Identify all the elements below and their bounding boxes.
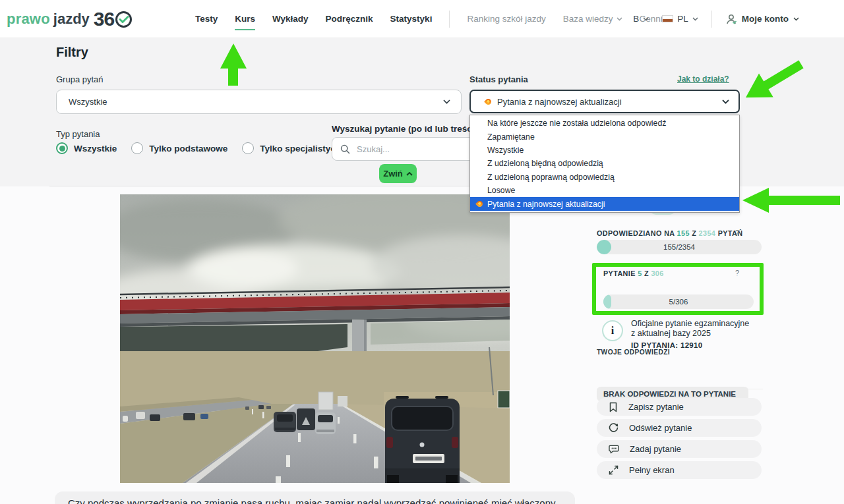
refresh-icon <box>609 423 618 433</box>
nav-wyklady[interactable]: Wykłady <box>272 11 309 26</box>
filters-title: Filtry <box>56 45 88 60</box>
nav-kurs[interactable]: Kurs <box>235 11 255 26</box>
status-option[interactable]: Wszystkie <box>470 144 739 157</box>
fullscreen-icon <box>609 465 618 475</box>
status-option-selected[interactable]: Pytania z najnowszej aktualizacji <box>470 197 739 210</box>
radio-checked-icon <box>56 142 68 154</box>
sidebar-divider <box>597 389 763 389</box>
status-option[interactable]: Na które jeszcze nie została udzielona o… <box>470 117 739 130</box>
nav-statystyki[interactable]: Statystyki <box>390 11 433 26</box>
silver-hatchback <box>315 412 336 434</box>
main-nav: Testy Kurs Wykłady Podręcznik Statystyki… <box>195 0 667 38</box>
account-menu[interactable]: Moje konto <box>725 13 799 25</box>
question-photo <box>120 194 510 483</box>
search-label: Wyszukaj pytanie (po id lub treści) <box>332 124 477 134</box>
chevron-down-icon <box>643 17 649 21</box>
official-question-info: Oficjalne pytanie egzaminacyjne z aktual… <box>631 319 749 350</box>
chevron-down-icon <box>692 17 698 21</box>
flame-icon <box>484 98 493 106</box>
group-select-value: Wszystkie <box>69 97 443 107</box>
chevron-down-icon <box>722 99 729 104</box>
navbar-right: B PL Moje konto <box>633 0 799 38</box>
fullscreen-button[interactable]: Pełny ekran <box>597 461 762 479</box>
answered-stat-label: ODPOWIEDZIANO NA 155 Z 2354 PYTAŃ <box>597 229 742 237</box>
annotation-highlight-box <box>592 263 764 315</box>
page: prawo jazdy 36 Testy Kurs Wykłady Podręc… <box>0 0 844 504</box>
nav-podrecznik[interactable]: Podręcznik <box>326 11 373 26</box>
nav-divider <box>449 11 450 28</box>
suv <box>385 396 460 483</box>
top-navbar: prawo jazdy 36 Testy Kurs Wykłady Podręc… <box>0 0 844 38</box>
nav-ranking[interactable]: Ranking szkół jazdy <box>467 11 545 26</box>
chat-icon <box>609 444 619 454</box>
status-option[interactable]: Z udzieloną błędną odpowiedzią <box>470 157 739 170</box>
logo-word-jazdy: jazdy <box>53 11 90 28</box>
logo-check-icon <box>115 11 133 28</box>
how-it-works-link[interactable]: Jak to działa? <box>677 74 729 84</box>
status-option[interactable]: Zapamiętane <box>470 130 739 143</box>
arrow-diagonal-status <box>738 53 808 109</box>
arrow-up-kurs <box>220 43 247 69</box>
question-text: Czy podczas wyprzedzania po zmianie pasa… <box>68 497 556 504</box>
logo-360: 36 <box>94 8 133 30</box>
answered-progress-bar: 155/2354 <box>597 240 762 254</box>
group-select[interactable]: Wszystkie <box>56 90 462 114</box>
nav-baza-wiedzy[interactable]: Baza wiedzy <box>563 11 622 26</box>
type-radio-group: Wszystkie Tylko podstawowe Tylko specjal… <box>56 142 350 154</box>
answered-progress-text: 155/2354 <box>663 243 695 251</box>
user-icon <box>725 13 737 25</box>
navbar-divider <box>711 11 712 28</box>
nav-testy[interactable]: Testy <box>195 11 218 26</box>
refresh-question-button[interactable]: Odśwież pytanie <box>597 419 762 437</box>
question-text-bar: Czy podczas wyprzedzania po zmianie pasa… <box>55 491 575 504</box>
sedan <box>274 412 296 432</box>
chevron-down-icon <box>793 17 799 21</box>
category-dropdown[interactable]: B <box>633 14 649 24</box>
status-option[interactable]: Z udzieloną poprawną odpowiedzią <box>470 171 739 184</box>
bookmark-icon <box>609 402 618 412</box>
site-logo[interactable]: prawo jazdy 36 <box>7 8 133 30</box>
chevron-down-icon <box>443 99 450 104</box>
collapse-button[interactable]: Zwiń <box>379 164 417 183</box>
info-icon: i <box>602 320 623 341</box>
help-icon[interactable]: ? <box>735 229 739 237</box>
radio-unchecked-icon <box>242 142 254 154</box>
status-select-value: Pytania z najnowszej aktualizacji <box>497 97 716 107</box>
radio-tylko-podstawowe[interactable]: Tylko podstawowe <box>131 142 227 154</box>
logo-word-prawo: prawo <box>7 11 50 28</box>
save-question-button[interactable]: Zapisz pytanie <box>597 398 762 416</box>
status-select[interactable]: Pytania z najnowszej aktualizacji <box>469 90 740 113</box>
status-dropdown-list: Na które jeszcze nie została udzielona o… <box>469 115 740 213</box>
your-answers-label: TWOJE ODPOWIEDZI <box>597 349 670 356</box>
status-option[interactable]: Losowe <box>470 184 739 197</box>
flame-icon <box>475 200 484 208</box>
radio-unchecked-icon <box>131 142 143 154</box>
chevron-down-icon <box>617 17 622 21</box>
radio-wszystkie[interactable]: Wszystkie <box>56 142 117 154</box>
status-label: Status pytania <box>469 74 528 84</box>
progress-fill <box>597 240 611 254</box>
poland-flag-icon <box>662 15 673 22</box>
group-label: Grupa pytań <box>56 74 104 84</box>
chevron-up-icon <box>406 172 413 176</box>
language-dropdown[interactable]: PL <box>662 14 698 24</box>
ask-question-button[interactable]: Zadaj pytanie <box>597 440 762 458</box>
van <box>297 408 315 430</box>
search-icon <box>340 144 350 154</box>
type-label: Typ pytania <box>56 129 100 139</box>
